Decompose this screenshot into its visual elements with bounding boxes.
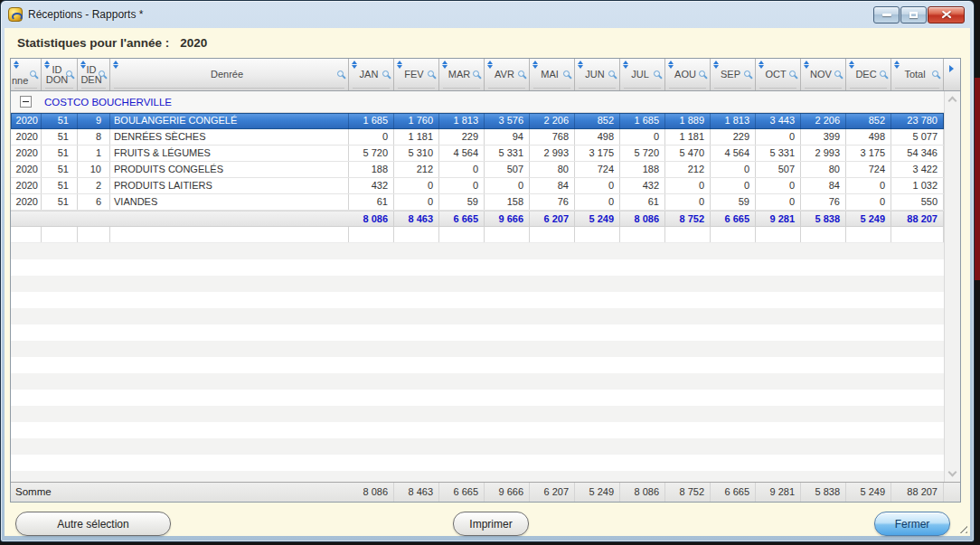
cell[interactable]: 3 422 (891, 162, 944, 177)
cell[interactable]: 724 (575, 162, 620, 177)
cell[interactable]: 1 (78, 146, 110, 161)
search-icon[interactable] (608, 70, 615, 77)
cell[interactable]: 84 (801, 178, 846, 193)
cell[interactable]: 0 (711, 178, 756, 193)
cell[interactable]: 498 (846, 129, 891, 145)
cell[interactable]: 158 (485, 194, 530, 210)
cell[interactable]: 51 (42, 113, 78, 129)
cell[interactable]: PRODUITS CONGELÉS (110, 162, 349, 177)
column-header-id-don[interactable]: ID DON (42, 59, 78, 90)
table-row-selected[interactable]: 2020 51 9 BOULANGERIE CONGELÉ 1 685 1 76… (11, 113, 944, 129)
cell[interactable]: 2020 (11, 162, 42, 177)
cell[interactable]: 2020 (11, 194, 42, 210)
sort-icon[interactable] (487, 61, 493, 69)
cell[interactable]: 2 (78, 178, 110, 193)
table-row[interactable]: 2020 51 2 PRODUITS LAITIERS 432 0 0 0 84… (11, 178, 944, 194)
cell[interactable]: 61 (620, 194, 665, 210)
cell[interactable]: 852 (575, 113, 620, 129)
cell[interactable]: 51 (42, 146, 78, 161)
search-icon[interactable] (337, 70, 344, 77)
search-icon[interactable] (66, 70, 72, 77)
cell[interactable]: 498 (575, 129, 620, 145)
cell[interactable]: 0 (394, 194, 439, 210)
cell[interactable]: 5 331 (485, 146, 530, 161)
cell[interactable]: 229 (439, 129, 485, 145)
cell[interactable]: 0 (349, 129, 394, 145)
search-icon[interactable] (654, 70, 660, 77)
sort-icon[interactable] (849, 61, 854, 69)
cell[interactable]: 0 (485, 178, 530, 193)
cell[interactable]: 852 (846, 113, 891, 129)
column-header-jun[interactable]: JUN (575, 59, 620, 90)
column-header-mai[interactable]: MAI (530, 59, 575, 90)
cell[interactable]: 0 (439, 162, 485, 177)
search-icon[interactable] (880, 70, 886, 77)
cell[interactable]: 76 (530, 194, 575, 210)
cell[interactable]: 5 331 (756, 146, 801, 161)
search-icon[interactable] (428, 70, 434, 77)
column-header-nov[interactable]: NOV (801, 59, 846, 90)
cell[interactable]: PRODUITS LAITIERS (110, 178, 349, 193)
sort-icon[interactable] (713, 61, 719, 69)
scroll-up-icon[interactable] (948, 97, 957, 106)
cell[interactable]: 51 (42, 178, 78, 193)
sort-icon[interactable] (113, 61, 118, 69)
cell[interactable]: DENRÉES SÈCHES (110, 129, 349, 145)
cell[interactable]: 0 (756, 129, 801, 145)
cell[interactable]: 51 (42, 162, 78, 177)
cell[interactable]: 59 (439, 194, 485, 210)
cell[interactable]: 5 720 (349, 146, 394, 161)
cell[interactable]: 432 (349, 178, 394, 193)
column-header-jul[interactable]: JUL (620, 59, 665, 90)
sort-icon[interactable] (352, 61, 357, 69)
cell[interactable]: 0 (439, 178, 485, 193)
titlebar[interactable]: Réceptions - Rapports * (1, 1, 974, 28)
minimize-button[interactable] (873, 6, 900, 23)
cell[interactable]: 399 (801, 129, 846, 145)
cell[interactable]: 1 032 (891, 178, 944, 193)
cell[interactable]: 94 (485, 129, 530, 145)
cell[interactable]: 188 (620, 162, 665, 177)
sort-icon[interactable] (44, 61, 50, 69)
search-icon[interactable] (789, 70, 796, 77)
cell[interactable]: 0 (756, 178, 801, 193)
search-icon[interactable] (699, 70, 705, 77)
collapse-icon[interactable] (20, 96, 32, 108)
cell[interactable]: 0 (665, 178, 711, 193)
cell[interactable]: 5 720 (620, 146, 665, 161)
cell[interactable]: VIANDES (110, 194, 349, 210)
cell[interactable]: 2020 (11, 146, 42, 161)
search-icon[interactable] (518, 70, 524, 77)
cell[interactable]: 2 993 (530, 146, 575, 161)
cell[interactable]: 59 (711, 194, 756, 210)
column-header-annee[interactable]: nne (11, 59, 42, 90)
scroll-down-icon[interactable] (948, 468, 957, 477)
cell[interactable]: 9 (78, 113, 110, 129)
maximize-button[interactable] (900, 6, 927, 23)
sort-icon[interactable] (578, 61, 583, 69)
cell[interactable]: 2020 (11, 178, 42, 193)
cell[interactable]: 724 (846, 162, 891, 177)
sort-icon[interactable] (894, 61, 900, 69)
cell[interactable]: 550 (891, 194, 944, 210)
sort-icon[interactable] (759, 61, 764, 69)
cell[interactable]: 1 685 (349, 113, 394, 129)
table-row[interactable]: 2020 51 8 DENRÉES SÈCHES 0 1 181 229 94 … (11, 129, 944, 146)
cell[interactable]: 432 (620, 178, 665, 193)
cell[interactable]: 2020 (11, 129, 42, 145)
search-icon[interactable] (563, 70, 570, 77)
sort-icon[interactable] (397, 61, 402, 69)
cell[interactable]: 0 (756, 194, 801, 210)
cell[interactable]: 54 346 (891, 146, 944, 161)
group-row[interactable]: COSTCO BOUCHERVILLE (11, 91, 944, 113)
cell[interactable]: 5 077 (891, 129, 944, 145)
cell[interactable]: 212 (665, 162, 711, 177)
search-icon[interactable] (932, 70, 938, 77)
cell[interactable]: FRUITS & LÉGUMES (110, 146, 349, 161)
cell[interactable]: 0 (575, 178, 620, 193)
sort-icon[interactable] (804, 61, 809, 69)
cell[interactable]: 1 760 (394, 113, 439, 129)
scroll-columns-button[interactable] (944, 59, 960, 90)
cell[interactable]: 3 576 (485, 113, 530, 129)
cell[interactable]: 768 (530, 129, 575, 145)
